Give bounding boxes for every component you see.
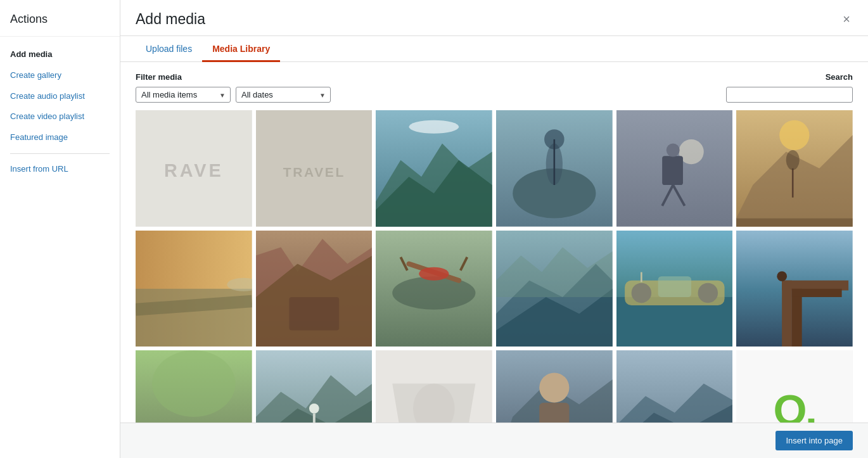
sidebar-item-create-video-playlist[interactable]: Create video playlist — [0, 106, 120, 127]
svg-point-22 — [780, 120, 810, 150]
sidebar-item-add-media[interactable]: Add media — [0, 44, 120, 65]
svg-text:O.: O. — [774, 386, 816, 423]
media-item[interactable] — [136, 350, 252, 423]
svg-rect-53 — [792, 289, 802, 347]
media-item[interactable] — [496, 231, 613, 347]
media-item[interactable] — [376, 110, 492, 227]
media-item[interactable] — [256, 231, 373, 347]
media-toolbar: Filter media All media items Images Audi… — [120, 62, 868, 110]
media-grid-container: RAVE TRAVEL — [120, 110, 868, 423]
svg-point-24 — [786, 150, 800, 170]
media-item[interactable]: O. — [736, 350, 853, 423]
svg-rect-75 — [539, 403, 569, 423]
filter-group: Filter media All media items Images Audi… — [136, 72, 331, 103]
svg-point-67 — [309, 404, 319, 414]
search-group: Search — [726, 72, 853, 103]
svg-rect-15 — [662, 156, 683, 185]
media-item[interactable] — [496, 350, 613, 423]
media-item[interactable] — [736, 110, 853, 227]
media-item[interactable] — [136, 231, 252, 347]
sidebar-nav: Add media Create gallery Create audio pl… — [0, 37, 120, 188]
search-input[interactable] — [726, 87, 853, 103]
insert-into-page-button[interactable]: Insert into page — [775, 431, 853, 450]
media-grid: RAVE TRAVEL — [136, 110, 853, 423]
media-item[interactable] — [256, 350, 373, 423]
svg-rect-54 — [792, 289, 842, 297]
media-item[interactable] — [616, 350, 733, 423]
dialog-title: Add media — [136, 11, 205, 28]
media-item[interactable] — [376, 231, 492, 347]
media-item[interactable] — [496, 110, 613, 227]
svg-point-55 — [777, 271, 788, 281]
media-dialog: Add media × Upload files Media Library F… — [120, 0, 868, 458]
search-label: Search — [826, 72, 853, 82]
dialog-footer: Insert into page — [120, 423, 868, 458]
svg-rect-32 — [289, 297, 339, 330]
svg-point-74 — [539, 373, 569, 403]
svg-text:TRAVEL: TRAVEL — [283, 165, 345, 179]
date-select[interactable]: All dates January 2024 December 2023 — [236, 87, 331, 103]
date-select-wrap: All dates January 2024 December 2023 ▼ — [236, 87, 331, 103]
media-type-select[interactable]: All media items Images Audio Video — [136, 87, 231, 103]
svg-rect-48 — [658, 276, 691, 297]
filter-label: Filter media — [136, 72, 331, 82]
media-item[interactable] — [376, 350, 492, 423]
sidebar-item-create-audio-playlist[interactable]: Create audio playlist — [0, 86, 120, 107]
svg-point-16 — [666, 143, 679, 156]
svg-line-28 — [136, 301, 252, 309]
tab-upload-files[interactable]: Upload files — [136, 36, 202, 62]
dialog-header: Add media × — [120, 0, 868, 36]
svg-text:RAVE: RAVE — [164, 160, 224, 181]
svg-rect-51 — [782, 280, 792, 347]
svg-point-58 — [152, 350, 235, 417]
sidebar-divider — [10, 153, 110, 154]
sidebar-item-insert-from-url[interactable]: Insert from URL — [0, 159, 120, 180]
media-item[interactable]: RAVE — [136, 110, 252, 227]
tabs-bar: Upload files Media Library — [120, 36, 868, 62]
media-type-select-wrap: All media items Images Audio Video ▼ — [136, 87, 231, 103]
tab-media-library[interactable]: Media Library — [202, 36, 280, 62]
svg-point-47 — [698, 283, 717, 302]
media-item[interactable] — [736, 231, 853, 347]
sidebar-item-featured-image[interactable]: Featured image — [0, 127, 120, 148]
filter-selects: All media items Images Audio Video ▼ All… — [136, 87, 331, 103]
svg-point-7 — [409, 120, 459, 134]
svg-point-34 — [393, 276, 476, 309]
svg-marker-20 — [736, 219, 853, 227]
sidebar: Actions Add media Create gallery Create … — [0, 0, 120, 458]
sidebar-item-create-gallery[interactable]: Create gallery — [0, 65, 120, 86]
svg-point-46 — [631, 283, 651, 302]
svg-point-36 — [419, 267, 449, 280]
sidebar-title: Actions — [0, 8, 120, 37]
media-item[interactable] — [616, 110, 733, 227]
media-item[interactable]: TRAVEL — [256, 110, 373, 227]
media-item[interactable] — [616, 231, 733, 347]
close-button[interactable]: × — [840, 10, 853, 28]
